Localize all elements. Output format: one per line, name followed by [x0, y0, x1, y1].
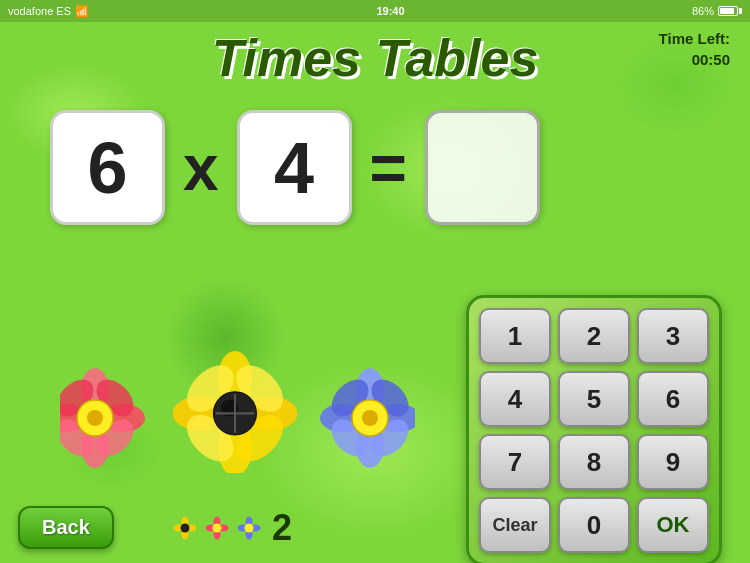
- equation-row: 6 x 4 =: [50, 110, 540, 225]
- carrier-text: vodafone ES: [8, 5, 71, 17]
- status-right: 86%: [692, 5, 742, 17]
- svg-point-9: [87, 410, 103, 426]
- timer-value: 00:50: [659, 49, 730, 70]
- num-btn-8[interactable]: 8: [558, 434, 630, 490]
- num-btn-5[interactable]: 5: [558, 371, 630, 427]
- svg-point-31: [362, 410, 378, 426]
- num-btn-9[interactable]: 9: [637, 434, 709, 490]
- svg-point-41: [213, 524, 222, 533]
- page-title: Times Tables: [212, 28, 539, 88]
- answer-box: [425, 110, 540, 225]
- timer-display: Time Left: 00:50: [659, 28, 730, 70]
- score-flower-2: [202, 514, 232, 542]
- num-btn-7[interactable]: 7: [479, 434, 551, 490]
- num-btn-4[interactable]: 4: [479, 371, 551, 427]
- operand2-box: 4: [237, 110, 352, 225]
- score-value: 2: [272, 507, 292, 549]
- operand1-value: 6: [87, 127, 127, 209]
- svg-point-36: [181, 524, 190, 533]
- status-time: 19:40: [376, 5, 404, 17]
- red-flower-icon: [60, 363, 180, 473]
- flowers-decoration: [60, 343, 415, 473]
- status-bar: vodafone ES 📶 19:40 86%: [0, 0, 750, 22]
- numpad: 1 2 3 4 5 6 7 8 9 Clear 0 OK: [466, 295, 722, 563]
- num-btn-0[interactable]: 0: [558, 497, 630, 553]
- num-btn-6[interactable]: 6: [637, 371, 709, 427]
- num-btn-1[interactable]: 1: [479, 308, 551, 364]
- ok-button[interactable]: OK: [637, 497, 709, 553]
- svg-point-46: [245, 524, 254, 533]
- yellow-flower-icon: [165, 343, 305, 473]
- battery-text: 86%: [692, 5, 714, 17]
- equals-symbol: =: [370, 131, 407, 205]
- score-flowers: [170, 514, 264, 542]
- back-button[interactable]: Back: [18, 506, 114, 549]
- clear-button[interactable]: Clear: [479, 497, 551, 553]
- score-row: 2: [170, 507, 292, 549]
- status-left: vodafone ES 📶: [8, 5, 89, 18]
- operand2-value: 4: [274, 127, 314, 209]
- score-flower-3: [234, 514, 264, 542]
- num-btn-2[interactable]: 2: [558, 308, 630, 364]
- timer-label: Time Left:: [659, 28, 730, 49]
- battery-icon: [718, 6, 742, 16]
- operand1-box: 6: [50, 110, 165, 225]
- wifi-icon: 📶: [75, 5, 89, 18]
- num-btn-3[interactable]: 3: [637, 308, 709, 364]
- blue-flower-icon: [295, 363, 415, 473]
- score-flower-1: [170, 514, 200, 542]
- operator-symbol: x: [183, 131, 219, 205]
